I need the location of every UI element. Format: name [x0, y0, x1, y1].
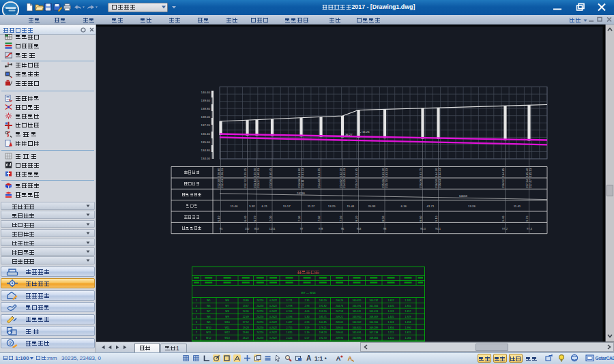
svg-text:6.40: 6.40	[244, 215, 247, 222]
svg-text:6.70: 6.70	[253, 215, 257, 222]
svg-text:1: 1	[196, 299, 197, 302]
svg-text:136.40: 136.40	[201, 132, 211, 136]
svg-text:9.70: 9.70	[525, 215, 529, 222]
svg-text:153.20: 153.20	[319, 310, 327, 313]
svg-text:3.59: 3.59	[305, 327, 310, 329]
svg-text:1.487: 1.487	[287, 321, 293, 324]
svg-text:150: 150	[245, 227, 250, 230]
svg-text:1.445: 1.445	[388, 316, 394, 318]
svg-text:163.33: 163.33	[385, 168, 388, 177]
svg-text:185.71: 185.71	[319, 316, 327, 318]
svg-text:36.27: 36.27	[345, 133, 353, 136]
svg-text:24220: 24220	[257, 316, 263, 318]
svg-text:7.60: 7.60	[317, 215, 321, 222]
svg-text:160.885: 160.885	[353, 337, 362, 339]
svg-text:98: 98	[383, 227, 387, 230]
svg-text:24220: 24220	[257, 321, 263, 324]
svg-text:W7: W7	[207, 310, 210, 313]
svg-text:1.815: 1.815	[405, 331, 411, 334]
svg-text:168.009: 168.009	[369, 316, 378, 318]
svg-text:134.00: 134.00	[201, 157, 211, 160]
svg-text:?: ?	[9, 339, 12, 346]
svg-text:13.67: 13.67	[243, 305, 249, 307]
svg-text:165.53: 165.53	[529, 168, 532, 177]
svg-text:2.93: 2.93	[305, 305, 310, 307]
svg-text:138.80: 138.80	[201, 107, 211, 110]
svg-text:W8: W8	[207, 316, 210, 318]
svg-text:0.2022: 0.2022	[269, 310, 277, 313]
svg-text:95: 95	[220, 227, 223, 230]
svg-text:152.72: 152.72	[244, 179, 247, 187]
svg-text:15.44: 15.44	[347, 204, 354, 208]
svg-text:0.99: 0.99	[305, 321, 310, 324]
svg-text:64063: 64063	[459, 194, 468, 198]
svg-text:853: 853	[254, 227, 259, 230]
svg-text:15.46: 15.46	[231, 204, 238, 208]
svg-text:2.35: 2.35	[305, 299, 310, 302]
svg-text:24220: 24220	[257, 327, 263, 329]
svg-text:A: A	[348, 354, 353, 362]
svg-text:160.655: 160.655	[353, 299, 362, 302]
svg-text:155.79: 155.79	[385, 179, 388, 187]
svg-text:161.506: 161.506	[369, 305, 378, 307]
svg-text:13.80: 13.80	[243, 299, 249, 302]
svg-text:24220: 24220	[257, 299, 263, 302]
svg-text:11.41: 11.41	[514, 204, 521, 208]
svg-text:179.21: 179.21	[319, 327, 327, 329]
svg-text:4.09: 4.09	[305, 310, 310, 313]
svg-text:2: 2	[196, 305, 197, 307]
svg-text:161.55: 161.55	[317, 168, 321, 177]
svg-text:0.2022: 0.2022	[269, 327, 277, 329]
svg-text:24.36: 24.36	[243, 310, 249, 313]
svg-text:8.50: 8.50	[381, 215, 385, 222]
svg-text:154.40: 154.40	[317, 179, 321, 187]
svg-text:1.211: 1.211	[388, 331, 394, 334]
svg-text:166.820: 166.820	[353, 327, 362, 329]
svg-text:6.10: 6.10	[217, 215, 220, 222]
svg-text:W12: W12	[206, 337, 211, 339]
svg-text:0.2022: 0.2022	[269, 337, 277, 339]
svg-text:95.1: 95.1	[435, 227, 441, 230]
svg-text:2.755: 2.755	[287, 327, 293, 329]
svg-text:W11: W11	[206, 331, 211, 334]
svg-text:135.60: 135.60	[201, 140, 211, 144]
svg-text:139.60: 139.60	[201, 99, 211, 102]
svg-text:0.2022: 0.2022	[269, 321, 277, 324]
svg-text:W9: W9	[225, 316, 229, 318]
svg-text:26.22: 26.22	[243, 337, 249, 339]
svg-text:1.458: 1.458	[405, 321, 411, 324]
svg-text:A: A	[306, 354, 311, 362]
svg-text:1.856: 1.856	[388, 327, 394, 329]
svg-text:1.410: 1.410	[388, 337, 394, 339]
svg-text:0.2022: 0.2022	[269, 299, 277, 302]
svg-text:7.30: 7.30	[297, 215, 301, 222]
svg-text:1.635: 1.635	[388, 305, 394, 307]
svg-text:0.2022: 0.2022	[269, 331, 277, 334]
svg-text:168.006: 168.006	[369, 337, 378, 339]
svg-text:140.40: 140.40	[201, 91, 211, 94]
svg-text:11.27: 11.27	[308, 204, 315, 208]
svg-text:24220: 24220	[257, 337, 263, 339]
svg-text:163.75: 163.75	[419, 168, 422, 177]
svg-text:160.85: 160.85	[319, 321, 327, 324]
svg-text:138.00: 138.00	[201, 115, 211, 119]
svg-text:167.138: 167.138	[369, 331, 378, 334]
svg-text:W7: W7	[225, 305, 229, 307]
svg-text:W11: W11	[224, 327, 229, 329]
svg-text:1.990: 1.990	[405, 327, 411, 329]
svg-text:13.26: 13.26	[468, 204, 476, 208]
svg-text:24220: 24220	[257, 331, 263, 334]
svg-text:209.04: 209.04	[336, 327, 343, 329]
svg-text:953: 953	[357, 227, 362, 230]
svg-text:1.301: 1.301	[388, 321, 394, 324]
svg-text:154.95: 154.95	[342, 179, 346, 187]
svg-text:165.691: 165.691	[353, 331, 362, 334]
svg-text:97: 97	[300, 227, 304, 230]
svg-text:8: 8	[196, 337, 197, 339]
svg-text:0.57: 0.57	[305, 337, 310, 339]
svg-text:156.63: 156.63	[438, 179, 441, 187]
svg-text:W10: W10	[224, 321, 229, 324]
svg-text:24220: 24220	[257, 310, 263, 313]
svg-text:137.20: 137.20	[201, 123, 211, 127]
svg-text:180.20: 180.20	[319, 299, 327, 302]
